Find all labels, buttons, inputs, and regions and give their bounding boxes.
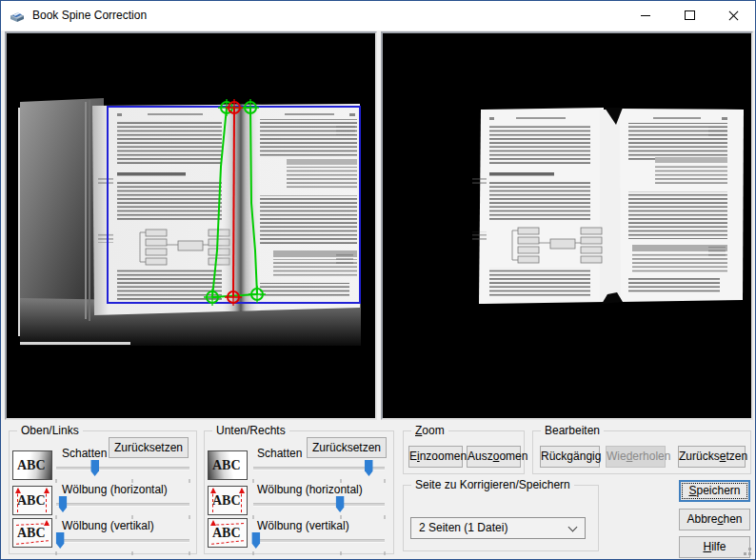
curvature-horizontal-icon: ABC [208,486,248,515]
slider-label-woelbung-vertikal: Wölbung (vertikal) [62,519,154,532]
book-scan [18,98,361,346]
schatten-slider-unten-rechts[interactable] [253,460,385,483]
curvature-vertical-icon: ABC [12,518,52,548]
slider-tick [385,551,386,555]
zuruecksetzen-button[interactable]: Zurücksetzen [678,446,746,468]
slider-thumb[interactable] [90,460,99,476]
slider-tick [56,515,57,519]
slider-thumb[interactable] [59,496,68,512]
slider-label-schatten: Schatten [62,447,107,460]
speichern-button[interactable]: Speichern [679,480,750,502]
page-select-dropdown[interactable]: 2 Seiten (1 Datei) [410,517,586,539]
maximize-icon [685,10,695,20]
reset-oben-links-button[interactable]: Zurücksetzen [109,437,189,458]
woelbung-horizontal-slider-oben-links[interactable] [56,496,189,519]
original-scan-canvas[interactable] [7,33,375,418]
corrected-preview-panel[interactable] [381,31,753,420]
dropdown-value: 2 Seiten (1 Datei) [419,521,507,534]
abbrechen-button[interactable]: Abbrechen [679,509,750,530]
curvature-horizontal-icon: ABC [12,486,52,515]
original-scan-panel[interactable] [5,31,377,420]
slider-tick [253,515,254,519]
hilfe-button[interactable]: Hilfe [679,536,750,558]
book-spine-correction-dialog: Book Spine Correction [0,0,756,560]
slider-thumb[interactable] [251,532,260,549]
slider-thumb[interactable] [336,496,345,512]
slider-tick [253,551,254,555]
slider-tick [341,551,342,555]
scanner-icon [10,8,25,23]
grip-dot [748,552,751,555]
titlebar[interactable]: Book Spine Correction [1,1,755,30]
minimize-icon [641,15,650,16]
group-label: Oben/Links [17,424,83,438]
group-unten-rechts: Unten/Rechts ABC ABC ABC Schatten Zurück… [204,430,394,554]
close-icon [727,10,740,22]
slider-tick [189,515,190,519]
slider-label-woelbung-vertikal: Wölbung (vertikal) [257,519,349,532]
spine-center-line[interactable] [233,108,234,297]
maximize-button[interactable] [667,1,711,30]
slider-thumb[interactable] [365,460,373,476]
dashed-line [211,540,244,545]
page-shadow-icon: ABC [208,450,248,480]
group-zoom: Zoom Einzoomen Auszoomen [403,430,525,474]
group-label: Unten/Rechts [212,424,289,438]
minimize-button[interactable] [624,1,667,30]
woelbung-horizontal-slider-unten-rechts[interactable] [253,496,385,519]
caption-buttons [624,1,755,30]
group-seite: Seite zu Korrigieren/Speichern 2 Seiten … [403,485,599,551]
window-title: Book Spine Correction [32,1,147,30]
slider-tick [385,515,386,519]
chevron-down-icon [568,523,578,532]
rueckgaengig-button[interactable]: Rückgängig [540,446,600,468]
slider-track[interactable] [253,539,385,543]
group-label: Seite zu Korrigieren/Speichern [411,478,574,492]
curvature-vertical-icon: ABC [208,518,248,548]
slider-label-woelbung-horizontal: Wölbung (horizontal) [62,483,168,496]
slider-track[interactable] [253,503,385,507]
close-button[interactable] [711,1,755,30]
slider-tick [253,479,254,483]
slider-tick [385,479,386,483]
slider-tick [189,479,190,483]
slider-tick [56,479,57,483]
slider-tick [189,551,190,555]
woelbung-vertikal-slider-oben-links[interactable] [56,532,189,555]
auszoomen-button[interactable]: Auszoomen [467,446,521,468]
einzoomen-button[interactable]: Einzoomen [408,446,463,468]
corrected-preview-canvas[interactable] [383,33,751,418]
slider-track[interactable] [56,467,189,470]
page-shadow-icon: ABC [12,450,52,480]
slider-thumb[interactable] [56,532,65,549]
group-label: Zoom [411,424,448,438]
wiederholen-button[interactable]: Wiederholen [606,446,666,468]
dashed-line [16,540,49,545]
slider-label-schatten: Schatten [257,447,302,460]
reset-unten-rechts-button[interactable]: Zurücksetzen [307,437,387,458]
woelbung-vertikal-slider-unten-rechts[interactable] [253,532,385,555]
slider-track[interactable] [56,503,189,507]
slider-track[interactable] [56,539,189,543]
grip-dot [748,548,751,550]
group-bearbeiten: Bearbeiten Rückgängig Wiederholen Zurück… [532,430,751,474]
slider-label-woelbung-horizontal: Wölbung (horizontal) [257,483,363,496]
corrected-book-scan [472,108,744,304]
schatten-slider-oben-links[interactable] [56,460,189,483]
slider-tick [56,551,57,555]
group-oben-links: Oben/Links ABC ABC ABC Schatten Zurückse… [9,430,197,554]
group-label: Bearbeiten [541,424,604,438]
grip-dot [744,552,746,555]
slider-tick [131,551,132,555]
